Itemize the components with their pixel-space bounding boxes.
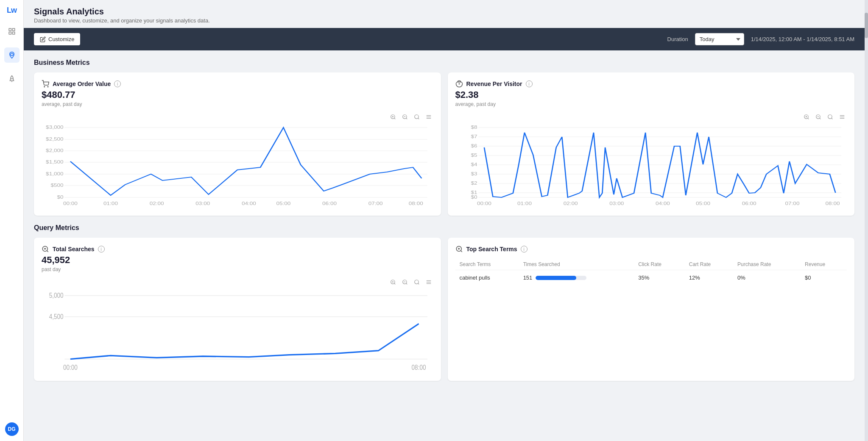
avatar[interactable]: DG [5,422,19,436]
svg-text:02:00: 02:00 [563,201,578,206]
revenue-per-visitor-card: Revenue Per Visitor i $2.38 average, pas… [448,72,855,216]
svg-text:$4: $4 [471,162,477,167]
search-icon3[interactable] [412,277,421,287]
svg-text:$1,500: $1,500 [46,160,64,165]
svg-line-106 [461,250,462,252]
total-searches-card: Total Searches i 45,952 past day [34,238,441,381]
revenue-per-visitor-info[interactable]: i [526,80,533,87]
svg-line-44 [808,118,809,119]
page-header: Signals Analytics Dashboard to view, cus… [24,0,865,28]
svg-line-91 [406,283,407,285]
svg-text:$3,000: $3,000 [46,125,64,130]
total-searches-chart: 5,000 4,500 00:00 08:00 [42,288,433,373]
svg-rect-0 [9,28,11,31]
svg-rect-1 [12,28,14,31]
top-search-terms-table: Search Terms Times Searched Click Rate C… [455,259,847,285]
svg-text:$7: $7 [471,134,477,139]
query-metrics-row: Total Searches i 45,952 past day [34,238,854,381]
svg-text:00:00: 00:00 [63,201,78,206]
avg-order-title: Average Order Value [53,80,111,87]
top-search-terms-info[interactable]: i [521,246,527,252]
col-times-searched: Times Searched [519,259,634,270]
svg-text:07:00: 07:00 [368,201,383,206]
svg-text:$5: $5 [471,153,477,158]
svg-text:08:00: 08:00 [409,201,423,206]
menu-icon3[interactable] [424,277,433,287]
scrollbar-thumb[interactable] [865,13,868,38]
business-metrics-row: Average Order Value i $480.77 average, p… [34,72,854,216]
svg-line-48 [820,118,821,119]
svg-text:$3: $3 [471,172,477,177]
col-cart-rate: Cart Rate [685,259,733,270]
svg-line-94 [418,283,419,285]
avg-order-meta: average, past day [42,101,433,107]
date-range: 1/14/2025, 12:00 AM - 1/14/2025, 8:51 AM [751,36,854,42]
top-search-terms-card: Top Search Terms i Search Terms Times Se… [448,238,855,381]
zoom-in-icon[interactable] [388,112,398,122]
search-analytics-icon [42,245,49,253]
zoom-out-icon[interactable] [400,112,410,122]
search-icon2[interactable] [826,112,835,122]
main-content: Signals Analytics Dashboard to view, cus… [24,0,865,441]
avg-order-value: $480.77 [42,89,433,100]
svg-text:5,000: 5,000 [49,291,64,299]
total-searches-info[interactable]: i [98,246,105,252]
avg-order-info[interactable]: i [114,80,121,87]
zoom-out-icon3[interactable] [400,277,410,287]
revenue-per-visitor-chart: $8 $7 $6 $5 $4 $3 $2 $1 $0 00:00 01:00 [455,123,847,208]
business-metrics-title: Business Metrics [34,59,854,67]
svg-text:08:00: 08:00 [825,201,840,206]
svg-text:$0: $0 [57,195,64,200]
svg-rect-3 [12,32,14,34]
menu-icon[interactable] [424,112,433,122]
app-logo: Lw [5,5,19,15]
sidebar-item-grid[interactable] [4,24,20,39]
revenue-per-visitor-title: Revenue Per Visitor [466,80,522,87]
svg-text:02:00: 02:00 [150,201,164,206]
sidebar-item-location[interactable] [4,47,20,63]
svg-line-13 [406,118,407,119]
zoom-out-icon2[interactable] [814,112,823,122]
svg-text:$2,500: $2,500 [46,137,64,142]
total-searches-value: 45,952 [42,255,433,266]
svg-point-93 [414,280,418,284]
svg-text:$0: $0 [471,195,477,200]
search-term-cell: cabinet pulls [455,270,519,286]
sidebar: Lw DG [0,0,24,441]
menu-icon2[interactable] [837,112,847,122]
svg-text:$6: $6 [471,144,477,149]
zoom-in-icon2[interactable] [802,112,811,122]
svg-text:04:00: 04:00 [242,201,256,206]
svg-text:$2: $2 [471,181,477,186]
purchase-rate-cell: 0% [733,270,801,286]
money-bag-icon [455,80,463,88]
customize-button[interactable]: Customize [34,33,80,45]
revenue-per-visitor-meta: average, past day [455,101,847,107]
svg-text:$8: $8 [471,125,477,130]
revenue-cell: $0 [801,270,847,286]
scrollbar[interactable] [865,0,868,441]
sidebar-item-rocket[interactable] [4,71,20,86]
svg-text:00:00: 00:00 [63,363,78,371]
search-icon[interactable] [412,112,421,122]
toolbar: Customize Duration Today Yesterday Last … [24,28,865,50]
zoom-in-icon3[interactable] [388,277,398,287]
page-title: Signals Analytics [34,7,854,17]
bar-track [536,276,586,280]
bar-fill [536,276,576,280]
table-row: cabinet pulls 151 35% 12% [455,270,847,286]
svg-text:$1,000: $1,000 [46,172,64,177]
svg-text:00:00: 00:00 [477,201,491,206]
svg-text:05:00: 05:00 [276,201,290,206]
svg-text:05:00: 05:00 [696,201,710,206]
svg-text:$2,000: $2,000 [46,148,64,153]
svg-text:04:00: 04:00 [655,201,670,206]
svg-line-83 [47,250,48,252]
cart-icon [42,80,49,88]
duration-select[interactable]: Today Yesterday Last 7 Days Last 30 Days… [695,33,744,45]
svg-line-51 [832,118,833,119]
avg-order-chart: $3,000 $2,500 $2,000 $1,500 $1,000 $500 … [42,123,433,208]
svg-text:06:00: 06:00 [742,201,756,206]
svg-point-50 [828,115,832,119]
total-searches-meta: past day [42,266,433,272]
